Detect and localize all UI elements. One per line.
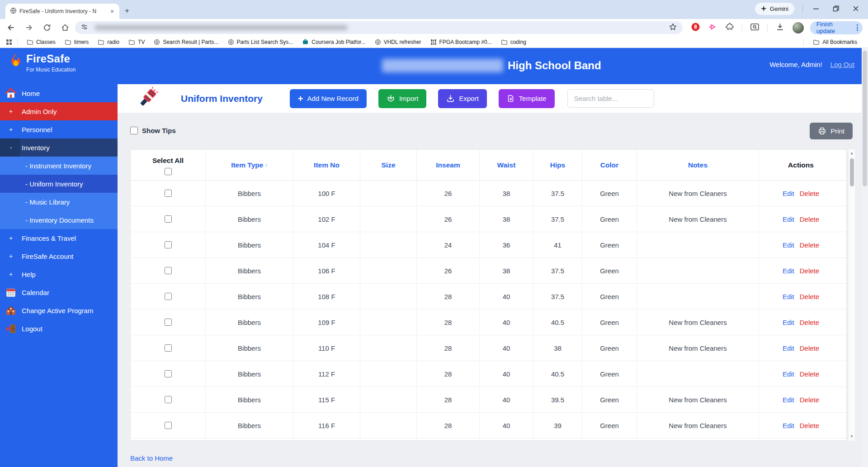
site-settings-tune-icon[interactable] [80, 23, 88, 33]
sidebar-item-inventory[interactable]: - Inventory [0, 138, 118, 157]
pink-arrow-extension-icon[interactable] [708, 22, 717, 33]
sidebar-item-finances-travel[interactable]: + Finances & Travel [0, 229, 118, 247]
column-inseam[interactable]: Inseam [417, 150, 480, 180]
show-tips-label[interactable]: Show Tips [142, 127, 176, 134]
delete-link[interactable]: Delete [800, 190, 819, 197]
delete-link[interactable]: Delete [800, 422, 819, 429]
bookmark-fpga-bootcamp[interactable]: FPGA Bootcamp #0... [426, 37, 496, 47]
sidebar-item-firesafe-account[interactable]: + FireSafe Account [0, 247, 118, 265]
page-scrollbar-thumb[interactable] [863, 51, 867, 186]
extensions-puzzle-icon[interactable] [725, 22, 734, 33]
bookmark-folder-coding[interactable]: coding [496, 37, 531, 47]
adblock-extension-icon[interactable] [691, 22, 700, 33]
column-color[interactable]: Color [582, 150, 637, 180]
edit-link[interactable]: Edit [783, 396, 794, 404]
table-scrollbar-thumb[interactable] [850, 158, 854, 186]
sidebar-item-help[interactable]: + Help [0, 265, 118, 283]
row-checkbox[interactable] [165, 267, 172, 274]
row-checkbox[interactable] [165, 241, 172, 248]
new-tab-button[interactable]: + [125, 6, 129, 15]
bookmark-folder-tv[interactable]: TV [124, 37, 149, 47]
sidebar-item-instrument-inventory[interactable]: - Instrument Inventory [0, 157, 118, 175]
edit-link[interactable]: Edit [783, 293, 794, 300]
edit-link[interactable]: Edit [783, 319, 794, 326]
row-checkbox[interactable] [165, 319, 172, 326]
row-checkbox[interactable] [165, 293, 172, 300]
sidebar-item-calendar[interactable]: Calendar [0, 283, 118, 301]
delete-link[interactable]: Delete [800, 396, 819, 404]
logout-link[interactable]: Log Out [830, 61, 854, 68]
add-new-record-button[interactable]: + Add New Record [290, 89, 367, 108]
edit-link[interactable]: Edit [783, 344, 794, 352]
show-tips-checkbox[interactable] [130, 127, 138, 134]
downloads-icon[interactable] [775, 22, 785, 33]
sidebar-item-change-active-program[interactable]: Change Active Program [0, 301, 118, 319]
column-size[interactable]: Size [360, 150, 417, 180]
edit-link[interactable]: Edit [783, 422, 794, 429]
bookmark-coursera[interactable]: Coursera Job Platfor... [297, 37, 370, 47]
delete-link[interactable]: Delete [800, 215, 819, 223]
back-button[interactable] [6, 23, 15, 32]
back-to-home-link[interactable]: Back to Home [130, 454, 173, 462]
bookmark-parts-list-search[interactable]: Parts List Search Sys... [223, 37, 298, 47]
bookmark-folder-radio[interactable]: radio [93, 37, 124, 47]
edit-link[interactable]: Edit [783, 241, 794, 249]
sidebar-item-inventory-documents[interactable]: - Inventory Documents [0, 211, 118, 229]
window-minimize-button[interactable] [812, 5, 820, 13]
column-item-type[interactable]: Item Type↑ [206, 150, 293, 180]
gemini-button[interactable]: Gemini [755, 3, 794, 15]
row-checkbox[interactable] [165, 215, 172, 223]
export-button[interactable]: Export [438, 89, 486, 108]
page-scrollbar[interactable] [862, 48, 868, 467]
bookmark-star-icon[interactable] [669, 23, 677, 33]
edit-link[interactable]: Edit [783, 370, 794, 378]
table-search-input[interactable] [567, 89, 654, 108]
row-checkbox[interactable] [165, 396, 172, 403]
column-hips[interactable]: Hips [533, 150, 582, 180]
browser-tab[interactable]: FireSafe - Uniform Inventory - N × [5, 4, 119, 19]
template-button[interactable]: Template [499, 89, 555, 108]
edit-link[interactable]: Edit [783, 190, 794, 197]
sidebar-item-music-library[interactable]: - Music Library [0, 193, 118, 211]
tab-close-icon[interactable]: × [108, 8, 116, 15]
row-checkbox[interactable] [165, 370, 172, 377]
print-button[interactable]: Print [810, 123, 853, 139]
bookmark-search-result-parts[interactable]: Search Result | Parts... [149, 37, 223, 47]
table-scrollbar[interactable]: ▲ ▼ [849, 149, 855, 441]
forward-button[interactable] [24, 23, 33, 32]
home-button[interactable] [61, 23, 70, 32]
reload-button[interactable] [42, 23, 52, 32]
scroll-up-icon[interactable]: ▲ [849, 150, 855, 157]
row-checkbox[interactable] [165, 190, 172, 197]
sidebar-item-uniform-inventory[interactable]: - Uniform Inventory [0, 175, 118, 193]
scroll-down-icon[interactable]: ▼ [849, 434, 855, 440]
bookmark-folder-timers[interactable]: timers [60, 37, 94, 47]
row-checkbox[interactable] [165, 344, 172, 352]
profile-avatar[interactable] [793, 22, 804, 33]
sidebar-item-admin-only[interactable]: + Admin Only [0, 102, 118, 120]
delete-link[interactable]: Delete [800, 267, 819, 275]
window-restore-button[interactable] [832, 5, 840, 13]
column-item-no[interactable]: Item No [293, 150, 360, 180]
delete-link[interactable]: Delete [800, 319, 819, 326]
bookmark-vhdl-refresher[interactable]: VHDL refresher [370, 37, 426, 47]
bookmark-folder-classes[interactable]: Classes [22, 37, 60, 47]
url-omnibox[interactable] [75, 21, 683, 34]
delete-link[interactable]: Delete [800, 293, 819, 300]
delete-link[interactable]: Delete [800, 344, 819, 352]
delete-link[interactable]: Delete [800, 241, 819, 249]
side-panel-search-icon[interactable] [750, 22, 760, 33]
finish-update-button[interactable]: Finish update [810, 21, 863, 34]
import-button[interactable]: Import [378, 89, 427, 108]
window-close-button[interactable] [852, 5, 860, 13]
delete-link[interactable]: Delete [800, 370, 819, 378]
sidebar-item-logout[interactable]: Logout [0, 319, 118, 338]
kebab-menu-icon[interactable] [857, 24, 858, 31]
edit-link[interactable]: Edit [783, 267, 794, 275]
apps-grid-icon[interactable] [6, 39, 12, 45]
select-all-checkbox[interactable] [165, 168, 172, 175]
column-notes[interactable]: Notes [637, 150, 759, 180]
sidebar-item-home[interactable]: Home [0, 84, 118, 102]
row-checkbox[interactable] [165, 422, 172, 429]
all-bookmarks-button[interactable]: All Bookmarks [808, 37, 862, 47]
